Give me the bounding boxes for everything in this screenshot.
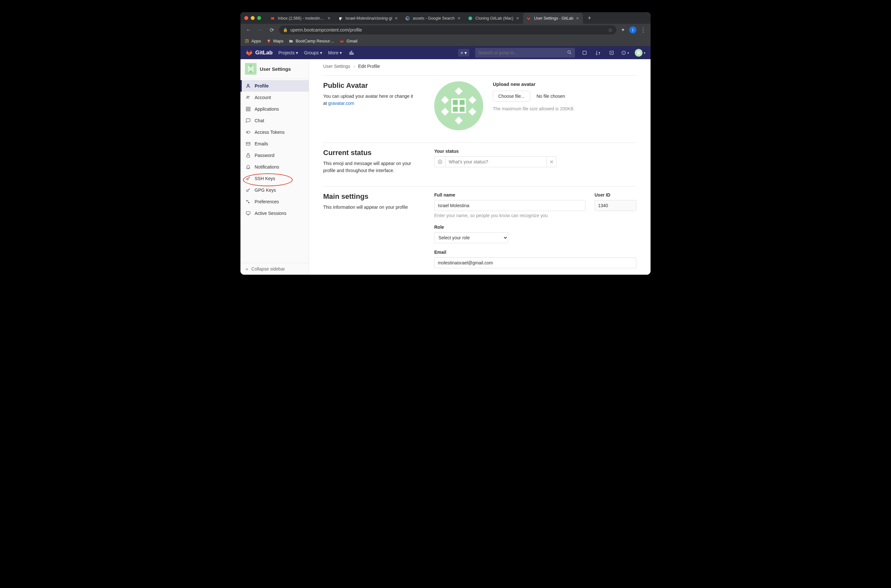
new-tab-button[interactable]: +: [585, 14, 594, 22]
browser-tab[interactable]: Israel-Molestina/cloning-gi ✕: [334, 13, 402, 24]
browser-tab[interactable]: Cloning GitLab (Mac) ✕: [464, 13, 523, 24]
maximize-window-icon[interactable]: [257, 16, 261, 20]
back-button[interactable]: ←: [244, 26, 253, 34]
tab-title: assets - Google Search: [413, 16, 455, 21]
sidebar-item-label: GPG Keys: [255, 188, 276, 193]
section-desc: This emoji and message will appear on yo…: [323, 160, 415, 174]
profile-icon: [246, 83, 251, 88]
user-menu[interactable]: ▾: [635, 49, 645, 57]
fullname-label: Full name: [434, 192, 586, 198]
section-title: Public Avatar: [323, 81, 415, 90]
sidebar-item-ssh-keys[interactable]: SSH Keys: [240, 173, 309, 184]
svg-rect-33: [246, 212, 250, 214]
close-tab-icon[interactable]: ✕: [394, 16, 398, 21]
new-dropdown-button[interactable]: +▾: [458, 49, 469, 57]
choose-file-button[interactable]: Choose file...: [493, 91, 530, 102]
gravatar-link[interactable]: gravatar.com: [328, 100, 355, 106]
sidebar-item-preferences[interactable]: Preferences: [240, 196, 309, 207]
search-box[interactable]: [475, 48, 575, 58]
bookmark-apps[interactable]: Apps: [244, 39, 261, 44]
browser-tab[interactable]: assets - Google Search ✕: [402, 13, 464, 24]
breadcrumb-root[interactable]: User Settings: [323, 64, 350, 69]
sidebar-item-emails[interactable]: Emails: [240, 138, 309, 150]
profile-avatar-icon[interactable]: I: [629, 26, 636, 33]
chrome-menu-icon[interactable]: ⋮: [640, 26, 647, 33]
svg-rect-6: [245, 40, 246, 42]
gitlab-logo[interactable]: GitLab: [246, 49, 273, 56]
email-input[interactable]: [434, 257, 636, 268]
forward-button[interactable]: →: [256, 26, 264, 34]
bookmark-maps[interactable]: Maps: [266, 39, 284, 44]
nav-groups[interactable]: Groups▾: [304, 50, 322, 56]
fullname-hint: Enter your name, so people you know can …: [434, 213, 586, 218]
chevron-down-icon: ▾: [320, 50, 322, 56]
activity-icon[interactable]: [348, 50, 355, 56]
close-tab-icon[interactable]: ✕: [457, 16, 461, 21]
sidebar-item-notifications[interactable]: Notifications: [240, 161, 309, 173]
svg-point-32: [246, 190, 248, 191]
collapse-label: Collapse sidebar: [251, 266, 285, 272]
bookmark-folder[interactable]: BootCamp Resour…: [288, 39, 334, 44]
minimize-window-icon[interactable]: [251, 16, 255, 20]
issues-icon[interactable]: [581, 50, 588, 56]
userid-input: [595, 200, 636, 211]
help-icon[interactable]: ?▾: [621, 50, 629, 56]
svg-rect-9: [245, 42, 246, 43]
svg-rect-19: [637, 51, 640, 55]
close-window-icon[interactable]: [244, 16, 248, 20]
fullname-input[interactable]: [434, 200, 586, 211]
close-tab-icon[interactable]: ✕: [327, 16, 331, 21]
status-form: Your status ✕: [434, 148, 636, 174]
collapse-sidebar-button[interactable]: « Collapse sidebar: [240, 263, 309, 275]
sidebar-item-access-tokens[interactable]: Access Tokens: [240, 126, 309, 138]
reload-button[interactable]: ⟳: [267, 26, 276, 34]
browser-tab[interactable]: Inbox (2,566) - molestinais ✕: [267, 13, 334, 24]
bookmark-gmail[interactable]: Gmail: [339, 39, 357, 44]
sidebar-item-password[interactable]: Password: [240, 150, 309, 161]
userid-label: User ID: [595, 192, 636, 198]
nav-projects[interactable]: Projects▾: [278, 50, 298, 56]
svg-rect-26: [248, 110, 250, 111]
emoji-picker-button[interactable]: [434, 157, 446, 167]
chevron-right-icon: ›: [353, 64, 355, 69]
sidebar-item-applications[interactable]: Applications: [240, 103, 309, 115]
sidebar-item-profile[interactable]: Profile: [240, 80, 309, 92]
sidebar-item-gpg-keys[interactable]: GPG Keys: [240, 184, 309, 196]
status-input[interactable]: [446, 157, 547, 167]
chevron-down-icon: ▾: [627, 51, 629, 55]
section-desc: This information will appear on your pro…: [323, 204, 415, 211]
sidebar-item-active-sessions[interactable]: Active Sessions: [240, 207, 309, 219]
close-tab-icon[interactable]: ✕: [575, 16, 580, 21]
svg-point-2: [468, 16, 472, 20]
bookmark-star-icon[interactable]: ☆: [608, 27, 613, 33]
extensions-icon[interactable]: ✦: [620, 27, 626, 33]
status-input-row: ✕: [434, 156, 557, 167]
merge-requests-icon[interactable]: [594, 50, 602, 56]
gmail-icon: [339, 39, 344, 44]
section-description: Public Avatar You can upload your avatar…: [323, 81, 415, 130]
search-input[interactable]: [478, 50, 565, 56]
svg-point-42: [440, 161, 441, 162]
role-select[interactable]: Select your role: [434, 232, 508, 243]
tab-row: Inbox (2,566) - molestinais ✕ Israel-Mol…: [240, 12, 651, 24]
nav-more[interactable]: More▾: [328, 50, 342, 56]
file-status: No file chosen: [536, 94, 565, 99]
svg-rect-5: [248, 39, 248, 40]
sidebar-item-account[interactable]: Account: [240, 92, 309, 103]
svg-rect-10: [246, 42, 247, 43]
browser-tab-active[interactable]: User Settings · GitLab ✕: [523, 13, 583, 24]
svg-rect-14: [583, 51, 586, 55]
address-bar[interactable]: 🔒 upenn.bootcampcontent.com/profile ☆: [279, 26, 616, 34]
svg-rect-4: [246, 39, 247, 40]
breadcrumb-current: Edit Profile: [358, 64, 380, 69]
section-desc: You can upload your avatar here or chang…: [323, 93, 415, 107]
sliders-icon: [246, 199, 251, 204]
todos-icon[interactable]: [608, 50, 616, 56]
browser-window: Inbox (2,566) - molestinais ✕ Israel-Mol…: [240, 12, 651, 275]
close-tab-icon[interactable]: ✕: [515, 16, 520, 21]
applications-icon: [246, 106, 251, 112]
email-label: Email: [434, 250, 636, 255]
sidebar-item-chat[interactable]: Chat: [240, 115, 309, 126]
upload-hint: The maximum file size allowed is 200KB.: [493, 106, 636, 111]
clear-status-button[interactable]: ✕: [547, 157, 556, 167]
